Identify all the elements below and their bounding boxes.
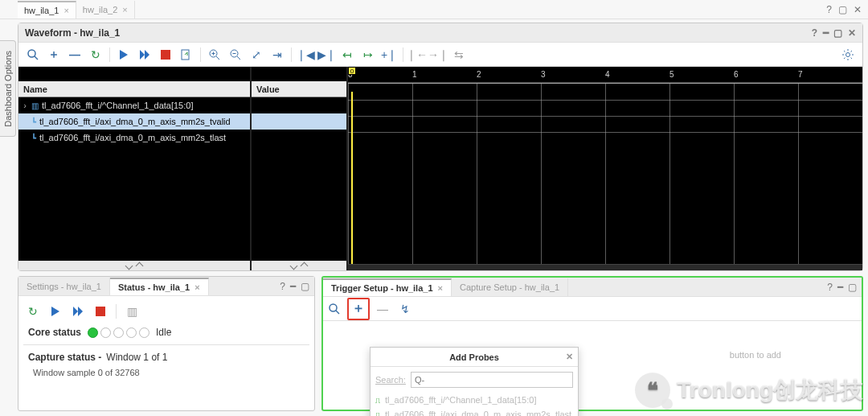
run-trigger-button[interactable] [46, 302, 65, 321]
probe-list-item[interactable]: ⎍ tl_ad7606_fft_i/^Channel_1_data[15:0] [371, 393, 578, 407]
swap-markers-icon[interactable]: ⇆ [449, 45, 469, 64]
zoom-in-icon[interactable] [205, 45, 224, 64]
maximize-icon[interactable]: ▢ [833, 28, 842, 38]
file-tab-hw-ila-2[interactable]: hw_ila_2 × [76, 1, 135, 19]
help-icon[interactable]: ? [280, 282, 285, 291]
probe-list[interactable]: ⎍ tl_ad7606_fft_i/^Channel_1_data[15:0] … [371, 393, 578, 416]
time-tick: 3 [541, 70, 546, 79]
time-cursor-marker[interactable]: 0 [348, 67, 356, 75]
dashboard-options-label: Dashboard Options [3, 51, 13, 127]
signal-name-column: Name › ▥ tl_ad7606_fft_i/^Channel_1_data… [18, 67, 252, 270]
dashboard-options-sidebar[interactable]: Dashboard Options [0, 40, 16, 137]
column-resize-handle[interactable] [18, 261, 250, 270]
svg-point-0 [28, 50, 35, 57]
waveform-area[interactable]: 0 01234567 [348, 67, 862, 270]
status-dot [126, 327, 137, 338]
add-probes-title-bar: Add Probes ✕ [371, 348, 578, 367]
close-icon[interactable]: ✕ [566, 352, 573, 362]
zoom-fit-icon[interactable]: ⤢ [247, 45, 266, 64]
svg-line-12 [237, 56, 240, 60]
remove-button[interactable]: ― [65, 45, 84, 64]
signal-row[interactable]: ┗ tl_ad7606_fft_i/axi_dma_0_m_axis_mm2s_… [18, 130, 250, 146]
close-icon[interactable]: ✕ [854, 5, 862, 14]
signal-icon: ┗ [31, 134, 36, 142]
probe-list-item[interactable]: ⎍ tl_ad7606_fft_i/axi_dma_0_m_axis_mm2s_… [371, 407, 578, 416]
refresh-icon[interactable]: ↻ [23, 302, 43, 321]
maximize-icon[interactable]: ▢ [838, 5, 847, 14]
close-icon[interactable]: ✕ [848, 28, 856, 38]
svg-marker-16 [73, 307, 78, 316]
tab-label: Trigger Setup - hw_ila_1 [331, 283, 433, 293]
time-cursor-line[interactable] [351, 92, 353, 264]
waveform-panel: Waveform - hw_ila_1 ? ━ ▢ ✕ ＋ ― ↻ ⤢ ⇥ ❘◀ [18, 23, 863, 271]
export-icon[interactable] [177, 45, 196, 64]
run-continuous-button[interactable] [135, 45, 154, 64]
time-ruler[interactable]: 0 01234567 [348, 67, 862, 83]
sample-count-row: Window sample 0 of 32768 [33, 368, 309, 377]
close-icon[interactable]: × [122, 5, 127, 14]
go-first-icon[interactable]: ❘◀ [296, 45, 315, 64]
stop-button[interactable] [156, 45, 175, 64]
go-last-icon[interactable]: ▶❘ [317, 45, 336, 64]
tab-label: Settings - hw_ila_1 [27, 282, 101, 291]
settings-gear-icon[interactable] [838, 45, 858, 64]
next-marker-icon[interactable]: →❘ [428, 45, 448, 64]
expand-caret-icon[interactable]: › [22, 101, 28, 110]
prev-marker-icon[interactable]: ❘← [407, 45, 427, 64]
close-icon[interactable]: × [194, 282, 199, 292]
prev-transition-icon[interactable]: ↤ [338, 45, 357, 64]
core-status-row: Core status Idle [28, 327, 309, 338]
svg-rect-18 [96, 307, 105, 316]
tab-settings[interactable]: Settings - hw_ila_1 [18, 278, 110, 295]
signal-value-column: Value [252, 67, 348, 270]
add-button[interactable]: ＋ [44, 45, 63, 64]
help-icon[interactable]: ? [827, 282, 833, 292]
status-panel: Settings - hw_ila_1 Status - hw_ila_1 × … [18, 276, 315, 411]
file-tab-bar: hw_ila_1 × hw_ila_2 × ? ▢ ✕ [0, 0, 868, 19]
close-icon[interactable]: × [63, 6, 68, 15]
run-trigger-button[interactable] [114, 45, 133, 64]
stop-button[interactable] [91, 302, 110, 321]
probe-item-label: tl_ad7606_fft_i/axi_dma_0_m_axis_mm2s_tl… [385, 410, 571, 416]
file-tab-hw-ila-1[interactable]: hw_ila_1 × [18, 1, 76, 19]
search-icon[interactable] [23, 45, 43, 64]
probe-search-input[interactable] [411, 372, 573, 388]
add-probe-button[interactable]: ＋ [349, 299, 368, 319]
search-icon[interactable] [325, 299, 344, 319]
status-dot-active [88, 327, 98, 338]
status-dot [113, 327, 124, 338]
signal-list[interactable]: › ▥ tl_ad7606_fft_i/^Channel_1_data[15:0… [18, 97, 250, 261]
trigger-content-area: button to add Add Probes ✕ Search: ⎍ [323, 321, 862, 410]
tab-status[interactable]: Status - hw_ila_1 × [110, 278, 209, 295]
window-icon[interactable]: ▥ [122, 302, 141, 321]
add-marker-icon[interactable]: +❘ [379, 45, 399, 64]
minimize-icon[interactable]: ━ [290, 282, 296, 291]
go-to-cursor-icon[interactable]: ⇥ [268, 45, 287, 64]
next-transition-icon[interactable]: ↦ [358, 45, 378, 64]
value-row [252, 97, 346, 113]
status-dot [100, 327, 111, 338]
waveform-minimap[interactable] [348, 264, 862, 270]
signal-row[interactable]: › ▥ tl_ad7606_fft_i/^Channel_1_data[15:0… [18, 97, 250, 113]
tab-trigger-setup[interactable]: Trigger Setup - hw_ila_1 × [323, 278, 452, 296]
minimize-icon[interactable]: ━ [823, 28, 829, 38]
svg-rect-5 [161, 50, 170, 60]
minimize-icon[interactable]: ━ [837, 282, 843, 292]
column-resize-handle[interactable] [252, 261, 346, 270]
signal-name: tl_ad7606_fft_i/axi_dma_0_m_axis_mm2s_tl… [39, 133, 226, 142]
tab-capture-setup[interactable]: Capture Setup - hw_ila_1 [452, 278, 568, 296]
refresh-icon[interactable]: ↻ [86, 45, 105, 64]
name-header: Name [18, 81, 250, 97]
close-icon[interactable]: × [438, 283, 443, 293]
maximize-icon[interactable]: ▢ [301, 282, 309, 291]
help-icon[interactable]: ? [812, 28, 817, 38]
run-continuous-button[interactable] [68, 302, 88, 321]
add-probes-dialog: Add Probes ✕ Search: ⎍ tl_ad7606_fft_i/^… [370, 347, 579, 416]
svg-marker-3 [140, 50, 145, 60]
maximize-icon[interactable]: ▢ [848, 282, 857, 292]
configure-icon[interactable]: ↯ [395, 299, 415, 319]
help-icon[interactable]: ? [826, 5, 832, 14]
zoom-out-icon[interactable] [226, 45, 245, 64]
remove-probe-button[interactable]: ― [373, 299, 392, 319]
signal-row[interactable]: ┗ tl_ad7606_fft_i/axi_dma_0_m_axis_mm2s_… [18, 113, 250, 130]
